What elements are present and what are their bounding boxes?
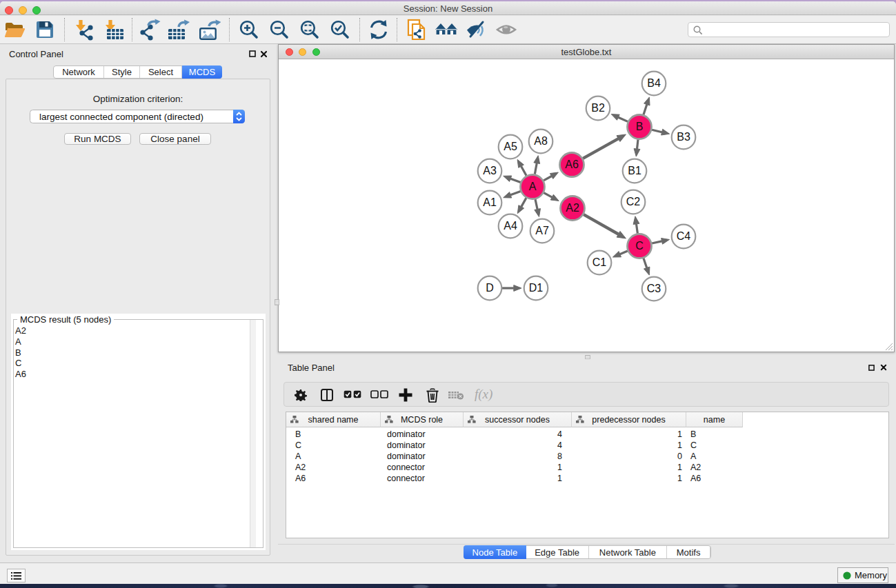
svg-text:B4: B4 xyxy=(647,77,661,89)
svg-text:C2: C2 xyxy=(626,196,641,207)
svg-text:B: B xyxy=(636,121,644,132)
svg-text:A4: A4 xyxy=(504,220,517,232)
svg-text:C4: C4 xyxy=(677,230,691,242)
svg-text:A6: A6 xyxy=(565,159,579,170)
svg-text:A8: A8 xyxy=(534,135,548,147)
svg-text:A3: A3 xyxy=(483,165,497,176)
svg-text:A5: A5 xyxy=(504,141,517,152)
svg-text:D: D xyxy=(486,282,494,294)
svg-text:D1: D1 xyxy=(529,282,544,294)
svg-text:B2: B2 xyxy=(591,102,605,114)
svg-text:A: A xyxy=(529,181,537,192)
svg-text:A2: A2 xyxy=(566,202,579,214)
svg-text:B1: B1 xyxy=(628,165,641,176)
svg-text:A1: A1 xyxy=(483,196,497,208)
svg-text:B3: B3 xyxy=(677,131,690,143)
svg-text:A7: A7 xyxy=(535,225,549,236)
svg-text:C1: C1 xyxy=(593,256,607,268)
svg-text:C: C xyxy=(635,240,644,252)
svg-text:C3: C3 xyxy=(647,283,661,294)
